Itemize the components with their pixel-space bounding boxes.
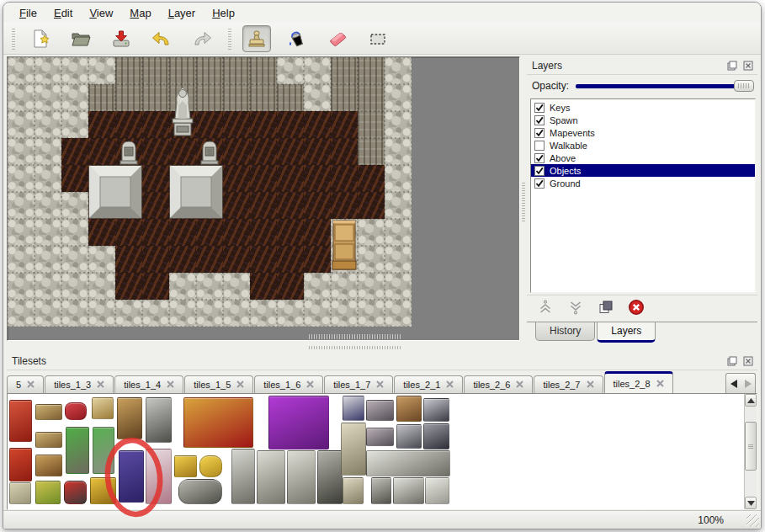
menu-help[interactable]: Help: [205, 4, 242, 22]
gravestone-object[interactable]: [115, 138, 142, 165]
redo-button[interactable]: [188, 25, 216, 52]
wooden-door-tile[interactable]: [117, 397, 142, 439]
obelisk-tile[interactable]: [341, 423, 366, 476]
layer-visibility-checkbox[interactable]: [534, 115, 545, 125]
red-stool-tile[interactable]: [65, 402, 87, 420]
float-icon[interactable]: [725, 355, 738, 367]
green-plant-tile[interactable]: [93, 427, 114, 474]
tab-close-icon[interactable]: [167, 380, 174, 390]
tileset-tab-tiles_2_8[interactable]: tiles_2_8: [604, 371, 673, 393]
wooden-crate-tile[interactable]: [396, 396, 422, 422]
layer-visibility-checkbox[interactable]: [534, 128, 545, 138]
loom-bottom-tile[interactable]: [35, 432, 62, 448]
tab-close-icon[interactable]: [516, 380, 523, 390]
platform-corner-tile[interactable]: [425, 477, 449, 504]
tileset-tab-tiles_1_5[interactable]: tiles_1_5: [184, 375, 253, 393]
close-icon[interactable]: [741, 355, 754, 367]
green-flag-tile[interactable]: [35, 481, 61, 504]
delete-layer-button[interactable]: [626, 299, 646, 319]
new-map-button[interactable]: [26, 25, 55, 52]
armor-statue-tile[interactable]: [423, 423, 449, 450]
tab-close-icon[interactable]: [236, 380, 244, 390]
close-icon[interactable]: [741, 60, 754, 72]
bookshelf-tile[interactable]: [35, 455, 62, 476]
stone-platform-tile[interactable]: [366, 450, 450, 476]
undo-button[interactable]: [147, 25, 176, 52]
layer-row-above[interactable]: Above: [531, 152, 755, 164]
dragon-banner-tile[interactable]: [9, 448, 32, 481]
vertical-splitter[interactable]: [520, 55, 527, 343]
layer-row-mapevents[interactable]: Mapevents: [531, 126, 755, 139]
opacity-slider-handle[interactable]: [734, 80, 754, 92]
gray-chest-2-tile[interactable]: [366, 428, 394, 446]
scroll-down-icon[interactable]: [745, 497, 757, 509]
rock-pile-tile[interactable]: [178, 479, 222, 504]
layer-row-spawn[interactable]: Spawn: [531, 114, 755, 126]
resize-grip[interactable]: [746, 514, 759, 527]
fill-tool-button[interactable]: [283, 25, 311, 52]
stone-pillar-tile[interactable]: [371, 477, 391, 504]
menu-layer[interactable]: Layer: [161, 4, 204, 22]
tileset-tab-tiles_1_6[interactable]: tiles_1_6: [254, 375, 323, 393]
tileset-scrollbar[interactable]: [744, 394, 757, 509]
tileset-tab-tiles_1_7[interactable]: tiles_1_7: [324, 375, 393, 393]
king-portrait-tile[interactable]: [343, 396, 364, 421]
layer-visibility-checkbox[interactable]: [534, 153, 545, 163]
scrollbar-thumb[interactable]: [745, 422, 757, 471]
stamp-tool-button[interactable]: [242, 25, 271, 52]
red-banner-tile[interactable]: [9, 400, 32, 442]
duplicate-layer-button[interactable]: [596, 299, 616, 319]
tab-close-icon[interactable]: [656, 379, 664, 389]
angel-statue-left-tile[interactable]: [257, 450, 285, 504]
eraser-tool-button[interactable]: [323, 25, 352, 52]
open-map-button[interactable]: [66, 25, 95, 52]
mirror-tile[interactable]: [92, 397, 114, 419]
tab-layers[interactable]: Layers: [597, 322, 656, 343]
loom-top-tile[interactable]: [35, 404, 62, 420]
palm-plant-tile[interactable]: [66, 427, 89, 474]
menu-file[interactable]: File: [12, 4, 45, 22]
lower-layer-button[interactable]: [566, 299, 586, 319]
purple-throne-tile[interactable]: [268, 396, 329, 450]
tab-scroll-left-icon[interactable]: [726, 374, 741, 393]
tab-close-icon[interactable]: [446, 380, 454, 390]
tileset-tiles[interactable]: [8, 395, 743, 509]
tab-history[interactable]: History: [535, 322, 595, 341]
angel-statue-right-tile[interactable]: [287, 450, 316, 504]
opacity-slider[interactable]: [576, 79, 754, 93]
layer-visibility-checkbox[interactable]: [534, 166, 545, 176]
menu-view[interactable]: View: [82, 4, 120, 22]
tileset-tab-5[interactable]: 5: [7, 375, 44, 393]
toolbar-grip[interactable]: [226, 28, 232, 50]
gray-gate-tile[interactable]: [146, 397, 172, 443]
layer-row-ground[interactable]: Ground: [531, 177, 755, 189]
menu-edit[interactable]: Edit: [46, 4, 80, 22]
gargoyle-fountain-tile[interactable]: [317, 450, 343, 504]
platform-object[interactable]: [169, 165, 223, 219]
scrollbar-track[interactable]: [745, 407, 757, 497]
tileset-tab-tiles_2_1[interactable]: tiles_2_1: [394, 375, 463, 393]
map-viewport[interactable]: [7, 56, 520, 341]
tileset-tab-tiles_2_6[interactable]: tiles_2_6: [464, 375, 533, 393]
platform-object[interactable]: [88, 165, 142, 219]
raise-layer-button[interactable]: [535, 299, 555, 319]
statue-object[interactable]: [169, 84, 196, 138]
parchment-tile[interactable]: [9, 482, 31, 504]
tab-close-icon[interactable]: [587, 380, 594, 390]
toolbar-grip[interactable]: [10, 28, 16, 50]
cabinet-object[interactable]: [331, 219, 358, 273]
gold-hook-tile[interactable]: [174, 455, 197, 477]
map-horizontal-scrollbar[interactable]: [309, 334, 401, 339]
purple-door-tile[interactable]: [119, 450, 144, 503]
red-throne-tile[interactable]: [183, 397, 253, 448]
gray-chest-tile[interactable]: [366, 400, 394, 421]
scroll-up-icon[interactable]: [745, 394, 757, 407]
armor-pile-tile[interactable]: [396, 424, 422, 449]
gold-cross-tile[interactable]: [90, 477, 116, 504]
tab-scroll-right-icon[interactable]: [741, 374, 755, 393]
menu-map[interactable]: Map: [122, 4, 158, 22]
platform-edge-tile[interactable]: [393, 477, 424, 504]
layer-visibility-checkbox[interactable]: [534, 141, 545, 151]
save-map-button[interactable]: [107, 25, 135, 52]
horizontal-splitter[interactable]: [3, 343, 761, 352]
